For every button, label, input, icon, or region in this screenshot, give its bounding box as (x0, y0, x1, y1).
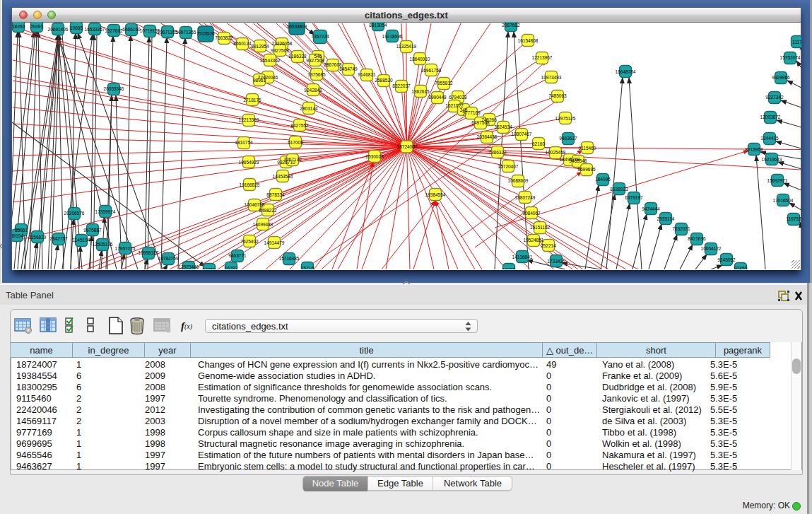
svg-text:3267130: 3267130 (283, 157, 302, 162)
svg-text:16961758: 16961758 (421, 68, 442, 73)
svg-text:10671355: 10671355 (176, 30, 196, 35)
svg-text:14136841: 14136841 (512, 255, 533, 259)
svg-text:7485063: 7485063 (548, 93, 567, 98)
svg-text:19654923: 19654923 (239, 160, 259, 165)
svg-text:8322037: 8322037 (392, 83, 411, 88)
svg-text:16533267: 16533267 (85, 27, 105, 32)
svg-text:12505135: 12505135 (93, 242, 113, 247)
svg-text:39154: 39154 (12, 233, 23, 238)
svg-text:2803144: 2803144 (300, 106, 318, 111)
svg-text:1145194: 1145194 (73, 238, 90, 243)
svg-text:8215958: 8215958 (745, 147, 763, 152)
svg-text:9242848: 9242848 (304, 88, 322, 93)
svg-text:10688609: 10688609 (508, 178, 529, 183)
svg-text:2530023: 2530023 (365, 154, 384, 159)
svg-text:9975887: 9975887 (83, 228, 102, 233)
svg-text:19524851: 19524851 (524, 238, 544, 243)
svg-text:9327508: 9327508 (306, 58, 324, 63)
svg-text:19384554: 19384554 (425, 192, 446, 197)
svg-text:9227342: 9227342 (765, 95, 784, 100)
svg-text:20053346: 20053346 (104, 86, 124, 91)
svg-text:8186328: 8186328 (288, 54, 307, 59)
svg-text:7357224: 7357224 (311, 34, 329, 39)
svg-text:1117: 1117 (792, 40, 801, 45)
svg-text:12213967: 12213967 (532, 55, 553, 60)
svg-text:10958187: 10958187 (139, 250, 159, 255)
svg-text:8878334: 8878334 (266, 192, 285, 197)
svg-text:12213369: 12213369 (239, 117, 259, 122)
svg-text:8454749: 8454749 (339, 66, 358, 71)
svg-text:9327509: 9327509 (271, 48, 289, 53)
svg-text:6794028: 6794028 (449, 95, 467, 100)
svg-text:8912954: 8912954 (251, 44, 269, 49)
svg-text:9245052: 9245052 (717, 257, 736, 262)
svg-text:18724007: 18724007 (397, 144, 418, 149)
svg-text:8990448: 8990448 (428, 95, 447, 100)
svg-text:1527602: 1527602 (105, 28, 123, 33)
svg-text:16151152: 16151152 (530, 225, 551, 230)
svg-text:7663822: 7663822 (215, 35, 233, 40)
svg-text:2588520: 2588520 (375, 78, 393, 83)
svg-text:12923: 12923 (502, 267, 515, 269)
svg-text:7955812: 7955812 (435, 81, 453, 86)
svg-text:617008: 617008 (288, 140, 303, 145)
svg-text:17957225: 17957225 (115, 246, 136, 251)
svg-text:6379197: 6379197 (625, 195, 643, 200)
svg-text:12923446: 12923446 (179, 264, 199, 269)
svg-text:116753: 116753 (786, 216, 801, 221)
svg-text:19166825: 19166825 (240, 182, 260, 187)
svg-text:23226058: 23226058 (272, 41, 293, 46)
svg-text:2718176: 2718176 (243, 98, 261, 103)
svg-text:8938923: 8938923 (610, 187, 628, 192)
svg-text:252214: 252214 (541, 243, 556, 248)
svg-text:92450: 92450 (734, 266, 747, 269)
svg-text:19218596: 19218596 (382, 34, 403, 39)
svg-text:16782759: 16782759 (158, 256, 179, 261)
svg-text:10025458: 10025458 (546, 150, 566, 155)
svg-text:6497568: 6497568 (471, 120, 490, 125)
svg-text:98961: 98961 (253, 78, 266, 83)
svg-text:164095: 164095 (595, 177, 611, 182)
svg-text:8660124: 8660124 (233, 41, 252, 46)
svg-text:20364436: 20364436 (477, 134, 498, 139)
svg-text:11325419: 11325419 (396, 44, 417, 49)
svg-text:20091: 20091 (30, 24, 43, 29)
svg-text:3624534: 3624534 (494, 124, 512, 129)
svg-text:9699695: 9699695 (577, 167, 596, 172)
svg-text:14099489: 14099489 (253, 222, 273, 227)
svg-text:2087682: 2087682 (502, 23, 520, 28)
svg-text:16782: 16782 (225, 266, 237, 269)
svg-text:6466160: 6466160 (122, 27, 141, 32)
svg-text:18350: 18350 (12, 24, 25, 29)
svg-text:12975125: 12975125 (555, 116, 576, 121)
svg-text:20691406: 20691406 (48, 27, 69, 32)
svg-text:10046788: 10046788 (245, 202, 265, 207)
svg-text:3375685: 3375685 (307, 72, 326, 77)
svg-text:8427552: 8427552 (290, 123, 309, 128)
svg-text:16154808: 16154808 (518, 38, 539, 43)
svg-text:12093872: 12093872 (760, 115, 781, 119)
svg-text:9465546: 9465546 (569, 158, 587, 163)
svg-text:10958: 10958 (203, 267, 216, 269)
svg-text:18640910: 18640910 (410, 57, 430, 62)
svg-text:9777169: 9777169 (462, 110, 481, 115)
svg-text:7515526: 7515526 (196, 31, 215, 36)
svg-text:20206576: 20206576 (64, 211, 85, 216)
svg-text:85061: 85061 (15, 228, 28, 233)
svg-text:16033809: 16033809 (287, 24, 307, 29)
svg-text:9463627: 9463627 (559, 136, 577, 141)
svg-text:17359924: 17359924 (95, 209, 116, 214)
svg-text:16648784: 16648784 (616, 69, 636, 74)
svg-text:9474444: 9474444 (642, 206, 660, 211)
svg-text:1244415: 1244415 (760, 136, 779, 141)
svg-text:8813054: 8813054 (369, 23, 387, 28)
svg-text:1810754: 1810754 (235, 140, 253, 145)
svg-text:8498222: 8498222 (259, 208, 277, 213)
svg-text:2935114: 2935114 (657, 216, 675, 221)
svg-text:10973493: 10973493 (541, 75, 562, 80)
svg-text:1156829: 1156829 (29, 235, 47, 240)
svg-text:10671355: 10671355 (158, 30, 178, 35)
svg-text:15692971: 15692971 (767, 178, 788, 183)
svg-text:16543362: 16543362 (260, 58, 281, 63)
svg-text:10807467: 10807467 (512, 132, 532, 136)
